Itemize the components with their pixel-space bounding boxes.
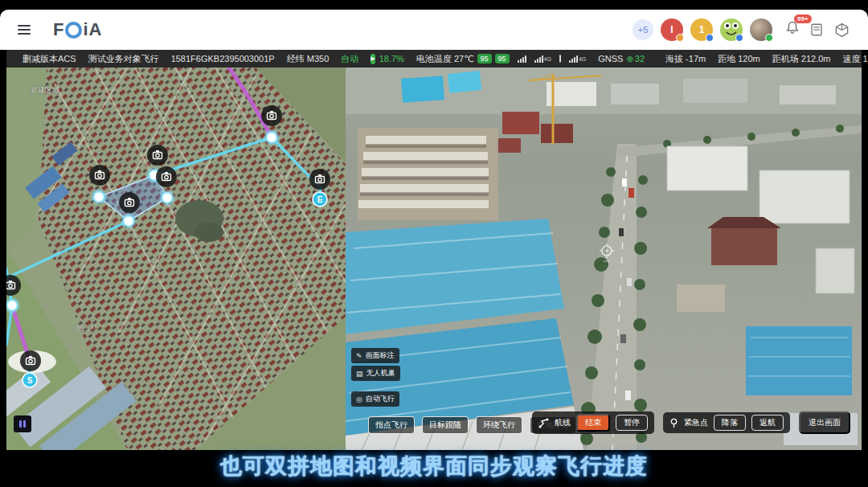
map-region-label: 新建区域 (31, 85, 59, 96)
mission-progress: 18.7% (379, 54, 404, 63)
hangar-icon: ▤ (356, 370, 363, 378)
battery-temp: 电池温度 27℃ (416, 53, 474, 65)
drone-nest-button[interactable]: ▤ 无人机巢 (351, 366, 400, 381)
app-header: F iA +5 I 1 (0, 10, 868, 50)
rc-controller-icon (559, 55, 561, 63)
emergency-pin-icon (669, 418, 678, 428)
model-3d-button[interactable] (833, 21, 850, 39)
height-agl: 距地 120m (718, 53, 760, 65)
mission-name: 测试业务对象飞行 (88, 53, 159, 65)
emergency-label: 紧急点 (684, 417, 708, 428)
logo-text-f: F (53, 19, 64, 40)
gimbal-reticle (596, 242, 618, 264)
map-road-label: 横山村 (76, 323, 97, 334)
more-users-chip[interactable]: +5 (633, 19, 653, 40)
drone-model: 经纬 M350 (287, 53, 330, 65)
net2-label: 4G (579, 56, 586, 62)
logo-text-ia: iA (83, 19, 102, 40)
app-logo: F iA (53, 19, 102, 40)
battery2-badge: 95 (495, 54, 510, 63)
avatar-yellow[interactable]: 1 (690, 18, 713, 41)
logs-button[interactable] (808, 21, 825, 39)
signal-bars-icon (518, 55, 526, 63)
altitude: 海拔 -17m (665, 53, 706, 65)
avatar-user-photo[interactable] (750, 18, 772, 41)
logo-o-ring-icon (65, 22, 82, 39)
pause-route-button[interactable]: 暂停 (616, 415, 648, 431)
distance-airport: 距机场 212.0m (772, 53, 831, 65)
gnss-label: GNSS (598, 54, 623, 63)
signal-bars-4g2-icon (569, 55, 578, 63)
split-view-toggle[interactable] (14, 415, 31, 432)
battery1-badge: 95 (477, 54, 492, 63)
emergency-control-group: 紧急点 降落 返航 (663, 412, 790, 433)
target-follow-button[interactable]: 目标跟随 (422, 416, 469, 434)
point-fly-button[interactable]: 指点飞行 (368, 416, 415, 434)
gnss-satellite-icon: ⊕ (626, 55, 633, 63)
avatar-red[interactable]: I (661, 18, 683, 41)
presence-dot (676, 34, 684, 42)
satellite-map: E S (6, 68, 346, 450)
start-marker[interactable]: S (23, 373, 37, 387)
presence-dot (735, 34, 743, 42)
land-button[interactable]: 降落 (714, 415, 746, 431)
route-icon (538, 418, 549, 428)
notifications-button[interactable]: 99+ (784, 20, 800, 39)
net1-label: 4G (544, 56, 551, 62)
document-icon (809, 23, 824, 37)
video-feed-panel[interactable]: ✎ 画面标注 ▤ 无人机巢 ◎ 自动飞行 指点飞行 目标跟随 环绕飞行 空地降落… (346, 68, 862, 450)
annotate-button[interactable]: ✎ 画面标注 (351, 348, 399, 363)
subtitle-bar: 也可双拼地图和视频界面同步观察飞行进度 (0, 450, 868, 487)
end-marker[interactable]: E (313, 192, 327, 207)
pen-icon: ✎ (356, 352, 362, 360)
end-route-button[interactable]: 结束 (576, 414, 610, 432)
orbit-fly-button[interactable]: 环绕飞行 (476, 416, 522, 434)
telemetry-statusbar: 删减版本ACS 测试业务对象飞行 1581F6GKB2395003001P 经纬… (6, 50, 862, 68)
route-label: 航线 (555, 417, 571, 428)
svg-text:E: E (317, 195, 323, 204)
notification-count-badge: 99+ (794, 14, 812, 23)
exit-view-button[interactable]: 退出画面 (799, 411, 850, 434)
flight-mode: 自动 (341, 53, 358, 65)
map-panel[interactable]: E S 新建区域 横山村 (6, 68, 346, 450)
auto-circle-icon: ◎ (356, 395, 362, 403)
speed: 速度 1.36m/s (843, 53, 868, 65)
drone-ground-station-app: F iA +5 I 1 (0, 0, 868, 487)
auto-flight-button[interactable]: ◎ 自动飞行 (351, 391, 399, 407)
subtitle-text: 也可双拼地图和视频界面同步观察飞行进度 (220, 452, 648, 481)
cube-icon (834, 23, 850, 38)
return-home-button[interactable]: 返航 (751, 415, 784, 431)
flight-control-row: 航线 结束 暂停 紧急点 降落 返航 退出画面 (532, 411, 850, 434)
play-icon[interactable]: ▶ (371, 54, 375, 64)
drone-serial: 1581F6GKB2395003001P (171, 54, 275, 63)
route-control-group: 航线 结束 暂停 (532, 411, 654, 434)
avatar-frog[interactable] (720, 18, 743, 41)
presence-dot (765, 34, 773, 42)
hamburger-menu-icon[interactable] (18, 25, 31, 35)
gnss-count: 32 (635, 54, 645, 63)
version-label: 删减版本ACS (23, 53, 76, 65)
presence-dot (706, 34, 714, 42)
signal-bars-4g-icon (534, 55, 543, 63)
svg-text:S: S (27, 376, 33, 385)
